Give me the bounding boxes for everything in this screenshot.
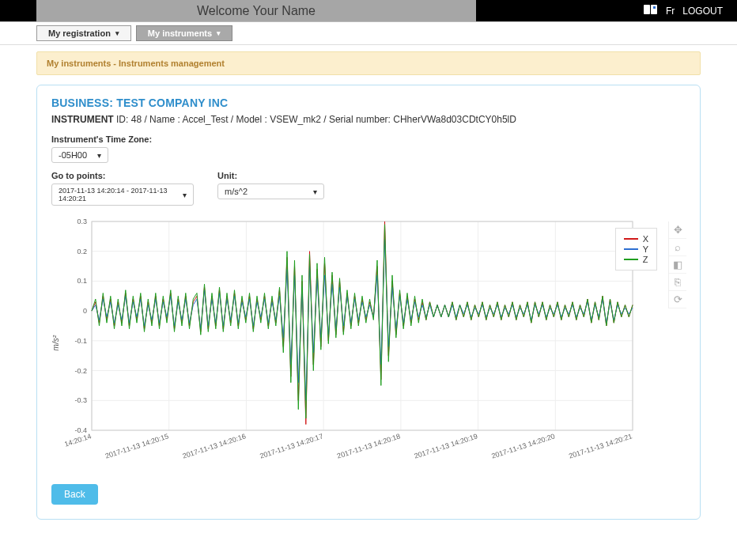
instrument-model-label: Model :: [236, 114, 266, 125]
timezone-value: -05H00: [59, 150, 91, 160]
instrument-prefix: INSTRUMENT: [51, 114, 114, 125]
back-button[interactable]: Back: [51, 484, 98, 505]
tab-label: My registration: [48, 28, 111, 38]
chevron-down-icon: ▾: [115, 29, 119, 37]
svg-text:2017-11-13 14:20:20: 2017-11-13 14:20:20: [490, 432, 556, 460]
autoscale-icon[interactable]: ◧: [669, 256, 686, 274]
chart-legend: XYZ: [615, 228, 657, 271]
svg-text:2017-11-13 14:20:21: 2017-11-13 14:20:21: [568, 432, 633, 460]
zoom-tool-icon[interactable]: ⌕: [669, 239, 686, 256]
svg-text:0.1: 0.1: [77, 277, 87, 285]
instrument-name-label: Name :: [149, 114, 180, 125]
points-value: 2017-11-13 14:20:14 - 2017-11-13 14:20:2…: [59, 187, 176, 202]
instrument-model: VSEW_mk2: [270, 114, 321, 125]
chart-plot[interactable]: -0.4-0.3-0.2-0.100.10.20.32017-11-13 14:…: [63, 217, 664, 470]
unit-label: Unit:: [217, 171, 324, 180]
svg-text:2017-11-13 14:20:15: 2017-11-13 14:20:15: [104, 432, 170, 460]
svg-rect-0: [644, 5, 650, 14]
svg-text:2017-11-13 14:20:16: 2017-11-13 14:20:16: [181, 432, 247, 460]
top-left-block: [0, 0, 36, 21]
breadcrumb: My instruments - Instruments management: [36, 51, 701, 75]
language-toggle[interactable]: Fr: [666, 6, 675, 17]
business-title: BUSINESS: TEST COMPANY INC: [51, 96, 686, 109]
y-axis-label: m/s²: [51, 335, 60, 350]
instrument-serial: CHherVWa8d03CDtCY0h5lD: [393, 114, 516, 125]
svg-text:2017-11-13 14:20:17: 2017-11-13 14:20:17: [259, 432, 324, 460]
svg-rect-2: [653, 6, 656, 9]
legend-item[interactable]: X: [624, 234, 648, 244]
svg-text:-0.1: -0.1: [74, 337, 87, 345]
svg-rect-1: [651, 5, 657, 14]
svg-text:0.3: 0.3: [77, 218, 87, 225]
svg-rect-35: [92, 221, 633, 430]
instrument-name: Accel_Test: [182, 114, 228, 125]
unit-select[interactable]: m/s^2 ▾: [217, 184, 324, 199]
instrument-id-label: ID:: [116, 114, 128, 125]
top-bar: Welcome Your Name Fr LOGOUT: [0, 0, 737, 22]
business-prefix: BUSINESS:: [51, 96, 113, 109]
tab-my-registration[interactable]: My registration ▾: [36, 25, 131, 41]
nav-tabs: My registration ▾ My instruments ▾: [0, 22, 737, 45]
tab-my-instruments[interactable]: My instruments ▾: [136, 25, 232, 41]
svg-text:0.2: 0.2: [77, 248, 87, 255]
instrument-card: BUSINESS: TEST COMPANY INC INSTRUMENT ID…: [36, 85, 701, 520]
chevron-down-icon: ▾: [217, 29, 221, 37]
timezone-select[interactable]: -05H00 ▾: [51, 147, 108, 163]
pan-tool-icon[interactable]: ✥: [669, 221, 686, 239]
top-right-controls: Fr LOGOUT: [476, 0, 737, 21]
chart-tools: ✥ ⌕ ◧ ⎘ ⟳: [668, 221, 686, 308]
instrument-id: 48: [131, 114, 142, 125]
welcome-text: Welcome Your Name: [36, 0, 476, 21]
svg-text:2017-11-13 14:20:19: 2017-11-13 14:20:19: [414, 432, 479, 460]
chart-area: m/s² -0.4-0.3-0.2-0.100.10.20.32017-11-1…: [51, 217, 686, 470]
instrument-serial-label: Serial number:: [329, 114, 391, 125]
points-label: Go to points:: [51, 171, 194, 180]
chevron-down-icon: ▾: [97, 151, 101, 160]
svg-text:0: 0: [83, 307, 87, 315]
chevron-down-icon: ▾: [183, 191, 187, 199]
svg-text:-0.2: -0.2: [74, 367, 87, 375]
svg-text:-0.3: -0.3: [74, 396, 87, 404]
svg-text:2017-11-13 14:20:18: 2017-11-13 14:20:18: [336, 432, 402, 460]
business-name: TEST COMPANY INC: [116, 96, 228, 109]
legend-item[interactable]: Y: [624, 244, 648, 254]
tab-label: My instruments: [148, 28, 212, 38]
unit-value: m/s^2: [225, 187, 307, 196]
chevron-down-icon: ▾: [313, 187, 317, 196]
help-icon[interactable]: [644, 4, 658, 17]
logout-link[interactable]: LOGOUT: [682, 6, 723, 17]
points-select[interactable]: 2017-11-13 14:20:14 - 2017-11-13 14:20:2…: [51, 184, 194, 206]
svg-text:2017-11-13 14:20:14: 2017-11-13 14:20:14: [63, 432, 93, 460]
legend-item[interactable]: Z: [624, 255, 648, 264]
instrument-line: INSTRUMENT ID: 48 / Name : Accel_Test / …: [51, 114, 686, 125]
reset-icon[interactable]: ⟳: [669, 291, 686, 308]
download-icon[interactable]: ⎘: [669, 274, 686, 291]
timezone-label: Instrument's Time Zone:: [51, 134, 686, 144]
